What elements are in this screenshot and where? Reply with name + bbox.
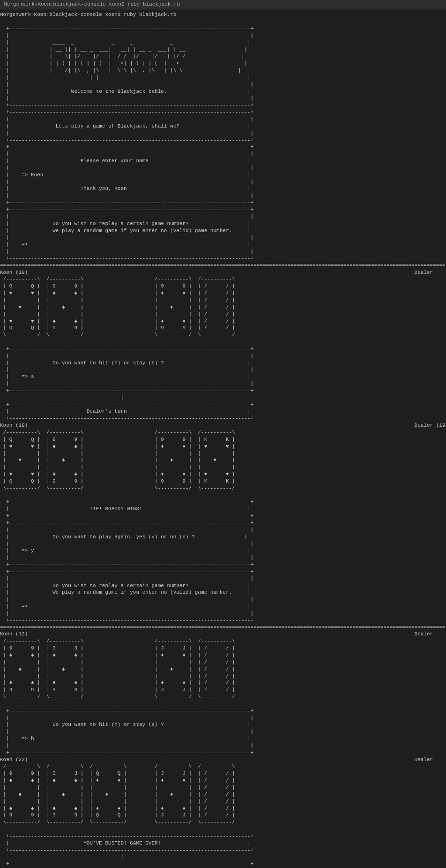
terminal-content: Morgenwerk-Koen:blackjack-console koen$ … (0, 9, 446, 868)
terminal-window: Morgenwerk-Koen:blackjack-console koen$ … (0, 0, 446, 868)
title-bar: Morgenwerk-Koen:blackjack-console koen$ … (0, 0, 446, 9)
